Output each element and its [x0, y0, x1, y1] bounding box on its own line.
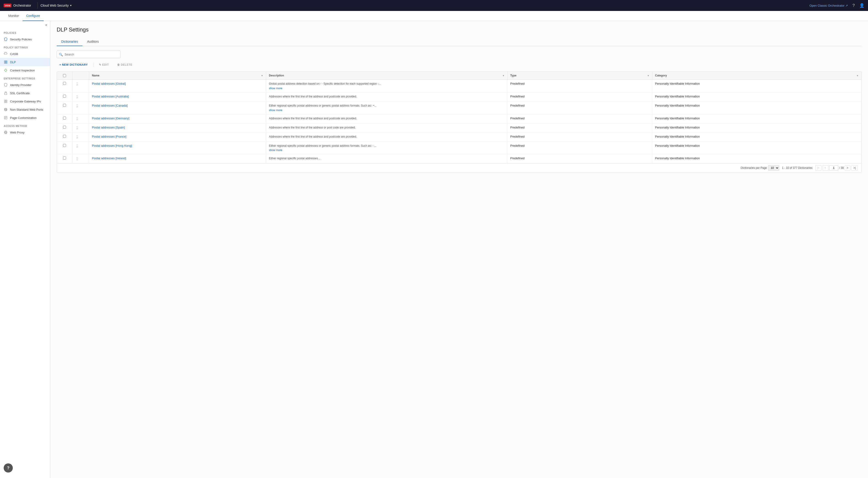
edit-button[interactable]: ✎ EDIT — [96, 62, 112, 68]
first-page-btn[interactable]: |< — [815, 165, 822, 171]
row-checkbox-cell — [57, 101, 72, 114]
row-name-link[interactable]: Postal addresses [Canada] — [92, 104, 127, 107]
help-button[interactable]: ? — [4, 464, 13, 473]
show-more-link[interactable]: show more — [269, 109, 504, 112]
open-classic-link[interactable]: Open Classic Orchestrator ↗ — [809, 4, 848, 7]
vmw-logo: vmw Orchestrator — [4, 4, 31, 7]
pagination: |< < / 38 > >| — [815, 165, 858, 171]
row-name-link[interactable]: Postal addresses [Hong Kong] — [92, 144, 132, 147]
collapse-button[interactable]: « — [45, 23, 47, 27]
row-category: Personally Identifiable Information — [655, 116, 700, 120]
row-name-link[interactable]: Postal addresses [Ireland] — [92, 157, 126, 160]
row-type-cell: Predefined — [507, 154, 652, 163]
row-desc-cell: Either regional specific postal addresse… — [266, 101, 507, 114]
per-page-select[interactable]: 10 25 50 — [768, 165, 779, 171]
sidebar-item-page-customization[interactable]: Page Customization — [0, 114, 50, 122]
tabs-bar: Dictionaries Auditors — [57, 37, 862, 46]
row-checkbox[interactable] — [63, 126, 66, 129]
row-type-cell: Predefined — [507, 92, 652, 101]
row-checkbox-cell — [57, 132, 72, 141]
th-type[interactable]: Type ▼ — [507, 72, 652, 80]
row-menu-button[interactable]: ⋮ — [75, 95, 79, 99]
row-type: Predefined — [510, 135, 525, 138]
page-separator: / 38 — [839, 166, 844, 170]
row-menu-button[interactable]: ⋮ — [75, 135, 79, 139]
row-checkbox[interactable] — [63, 104, 66, 107]
select-all-checkbox[interactable] — [63, 74, 66, 77]
sidebar-item-content-inspection[interactable]: Content Inspection — [0, 66, 50, 74]
row-checkbox[interactable] — [63, 82, 66, 85]
sidebar-item-web-proxy[interactable]: Web Proxy — [0, 128, 50, 136]
row-checkbox[interactable] — [63, 157, 66, 160]
row-category-cell: Personally Identifiable Information — [652, 92, 861, 101]
row-checkbox-cell — [57, 92, 72, 101]
main-content: DLP Settings Dictionaries Auditors 🔍 + N… — [50, 21, 868, 478]
th-name[interactable]: Name ▼ — [89, 72, 266, 80]
delete-button[interactable]: 🗑 DELETE — [115, 62, 135, 68]
row-menu-button[interactable]: ⋮ — [75, 157, 79, 161]
show-more-link[interactable]: show more — [269, 148, 504, 152]
tab-auditors[interactable]: Auditors — [83, 37, 103, 46]
tab-dictionaries[interactable]: Dictionaries — [57, 37, 83, 46]
row-menu-button[interactable]: ⋮ — [75, 82, 79, 86]
row-name-link[interactable]: Postal addresses [Global] — [92, 82, 126, 85]
svg-rect-0 — [4, 61, 5, 62]
row-name-cell: Postal addresses [Canada] — [89, 101, 266, 114]
row-name-link[interactable]: Postal addresses [Spain] — [92, 126, 125, 129]
sidebar-item-identity-provider[interactable]: Identity Provider — [0, 81, 50, 89]
row-checkbox[interactable] — [63, 144, 66, 147]
row-checkbox[interactable] — [63, 135, 66, 138]
row-type-cell: Predefined — [507, 114, 652, 123]
row-desc-cell: Addresses where the first line of the ad… — [266, 92, 507, 101]
row-menu-button[interactable]: ⋮ — [75, 144, 79, 148]
row-name-cell: Postal addresses [Global] — [89, 80, 266, 93]
table-footer: Dictionaries per Page 10 25 50 1 - 10 of… — [57, 163, 861, 172]
row-checkbox-cell — [57, 141, 72, 154]
gateway-icon — [4, 99, 8, 103]
new-dictionary-button[interactable]: + NEW DICTIONARY — [57, 62, 90, 68]
cloud-icon — [4, 52, 8, 56]
row-name-cell: Postal addresses [Australia] — [89, 92, 266, 101]
th-description[interactable]: Description ▼ — [266, 72, 507, 80]
subnav-configure[interactable]: Configure — [23, 11, 44, 21]
sidebar-item-corporate-gateway[interactable]: Corporate Gateway IPs — [0, 97, 50, 105]
row-name-cell: Postal addresses [Germany] — [89, 114, 266, 123]
sidebar-item-non-standard-ports[interactable]: Non-Standard Web Ports — [0, 105, 50, 114]
prev-page-btn[interactable]: < — [823, 165, 828, 171]
row-name-cell: Postal addresses [Ireland] — [89, 154, 266, 163]
row-desc-cell: Addresses where the first line of the ad… — [266, 114, 507, 123]
row-name-link[interactable]: Postal addresses [Germany] — [92, 116, 129, 120]
sidebar-item-ssl-certificate[interactable]: SSL Certificate — [0, 89, 50, 97]
row-checkbox[interactable] — [63, 116, 66, 120]
row-menu-button[interactable]: ⋮ — [75, 126, 79, 130]
last-page-btn[interactable]: >| — [851, 165, 858, 171]
grid-icon — [4, 60, 8, 64]
row-menu-button[interactable]: ⋮ — [75, 104, 79, 108]
row-menu-button[interactable]: ⋮ — [75, 117, 79, 121]
row-checkbox-cell — [57, 80, 72, 93]
sidebar-item-security-policies[interactable]: Security Policies — [0, 35, 50, 43]
row-desc-cell: Global postal address detection based on… — [266, 80, 507, 93]
row-name-link[interactable]: Postal addresses [France] — [92, 135, 126, 138]
row-menu-cell: ⋮ — [72, 80, 89, 93]
sub-nav: Monitor Configure — [0, 11, 868, 21]
row-name-link[interactable]: Postal addresses [Australia] — [92, 95, 129, 98]
help-nav-icon[interactable]: ? — [852, 3, 855, 8]
th-category[interactable]: Category ▼ — [652, 72, 861, 80]
show-more-link[interactable]: show more — [269, 87, 504, 90]
product-name[interactable]: Cloud Web Security ▾ — [40, 4, 71, 7]
sidebar-item-casb[interactable]: CASB — [0, 50, 50, 58]
page-input[interactable] — [829, 165, 838, 170]
row-description: Either regional specific postal addresse… — [269, 104, 376, 107]
next-page-btn[interactable]: > — [845, 165, 850, 171]
sidebar-label-web-proxy: Web Proxy — [10, 131, 25, 134]
sidebar-label-non-standard: Non-Standard Web Ports — [10, 108, 43, 111]
row-category: Personally Identifiable Information — [655, 95, 700, 98]
row-checkbox[interactable] — [63, 95, 66, 98]
subnav-monitor[interactable]: Monitor — [5, 11, 23, 21]
row-category-cell: Personally Identifiable Information — [652, 101, 861, 114]
search-input[interactable] — [57, 50, 121, 58]
row-description: Addresses where the first line of the ad… — [269, 95, 357, 98]
sidebar-item-dlp[interactable]: DLP — [0, 58, 50, 66]
user-icon[interactable]: 👤 — [859, 3, 864, 8]
